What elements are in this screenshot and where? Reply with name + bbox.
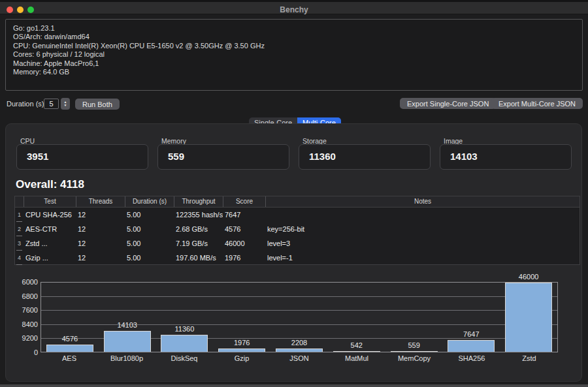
duration-label: Duration (s): (7, 100, 46, 108)
bar-diskseq (161, 335, 208, 352)
window-bottom-edge (0, 384, 588, 387)
cell-threads: 12 (76, 251, 125, 265)
bar-value-label: 2208 (270, 339, 328, 347)
x-axis-label: DiskSeq (155, 354, 213, 362)
cell-notes: level=-1 (265, 251, 580, 265)
table-row[interactable]: 2 AES-CTR 12 5.00 2.68 GB/s 4576 key=256… (15, 222, 580, 236)
table-header-gutter (15, 196, 24, 207)
bar-aes (46, 345, 93, 352)
bar-json (276, 348, 323, 352)
y-axis-tick-label: 0 (7, 348, 38, 356)
overall-score: Overall: 4118 (16, 178, 84, 191)
x-axis-label: AES (41, 354, 98, 362)
table-header-notes[interactable]: Notes (265, 196, 580, 207)
info-line-cores: Cores: 6 physical / 12 logical (13, 50, 575, 59)
cell-score: 4576 (223, 222, 265, 236)
bar-sha256 (448, 340, 495, 352)
x-axis-label: Zstd (500, 354, 558, 362)
bar-blur1080p (104, 331, 151, 352)
system-info-box[interactable]: Go: go1.23.1 OS/Arch: darwin/amd64 CPU: … (5, 19, 583, 91)
table-header-test[interactable]: Test (24, 196, 76, 207)
stepper-down-icon[interactable]: ▼ (64, 104, 67, 107)
export-single-core-button[interactable]: Export Single-Core JSON (400, 98, 496, 109)
results-table: Test Threads Duration (s) Throughput Sco… (14, 196, 580, 265)
cell-score: 1976 (223, 251, 265, 265)
stat-value-cpu: 3951 (27, 151, 48, 162)
bar-value-label: 7647 (442, 330, 500, 338)
bar-value-label: 4576 (41, 335, 99, 343)
cell-threads: 12 (76, 208, 125, 222)
row-number: 1 (15, 208, 24, 222)
bar-value-label: 559 (385, 341, 443, 349)
info-line-cpu: CPU: GenuineIntel Intel(R) Xeon(R) CPU E… (13, 42, 575, 50)
cell-test: Gzip ... (24, 251, 76, 265)
table-row[interactable]: 3 Zstd ... 12 5.00 7.19 GB/s 46000 level… (15, 236, 580, 251)
info-line-machine: Machine: Apple MacPro6,1 (13, 59, 575, 68)
bar-group-memcopy: 559 (385, 283, 443, 352)
duration-input[interactable]: 5 (44, 99, 59, 109)
window-title: Benchy (0, 5, 588, 14)
bar-zstd (505, 283, 552, 352)
bar-value-label: 46000 (500, 273, 557, 281)
bar-value-label: 542 (328, 341, 385, 349)
bar-value-label: 11360 (156, 325, 214, 333)
x-axis-labels: AES Blur1080p DiskSeq Gzip JSON MatMul M… (41, 354, 558, 362)
cell-throughput: 122355 hash/s (174, 208, 223, 222)
bar-chart-plot-area: 4576 14103 11360 1976 2208 542 (41, 282, 558, 352)
y-axis-tick-label: 9200 (7, 334, 38, 342)
cell-notes: key=256-bit (265, 222, 580, 236)
bar-group-zstd: 46000 (500, 283, 557, 352)
bar-group-gzip: 1976 (213, 283, 270, 352)
info-line-memory: Memory: 64.0 GB (13, 68, 575, 76)
cell-score: 46000 (223, 236, 265, 251)
cell-duration: 5.00 (125, 236, 174, 251)
cell-threads: 12 (76, 222, 125, 236)
cell-throughput: 197.60 MB/s (174, 251, 223, 265)
cell-test: Zstd ... (24, 236, 76, 251)
table-header-threads[interactable]: Threads (76, 196, 125, 207)
stat-value-image: 14103 (450, 151, 478, 162)
x-axis-label: MatMul (328, 354, 385, 362)
bar-group-matmul: 542 (328, 283, 385, 352)
cell-score: 7647 (223, 208, 265, 222)
y-axis-tick-label: 8400 (7, 320, 38, 328)
run-both-button[interactable]: Run Both (75, 99, 120, 110)
duration-stepper[interactable]: ▲ ▼ (61, 98, 70, 110)
bar-series: 4576 14103 11360 1976 2208 542 (41, 283, 557, 352)
table-header-row: Test Threads Duration (s) Throughput Sco… (15, 196, 580, 208)
export-multi-core-button[interactable]: Export Multi-Core JSON (491, 98, 583, 109)
cell-duration: 5.00 (125, 208, 174, 222)
x-axis-label: JSON (270, 354, 328, 362)
table-header-throughput[interactable]: Throughput (174, 196, 223, 207)
bar-group-sha256: 7647 (442, 283, 500, 352)
table-header-duration[interactable]: Duration (s) (125, 196, 174, 207)
title-bar[interactable]: Benchy (0, 2, 588, 14)
cell-notes (265, 208, 580, 222)
app-window: Benchy Go: go1.23.1 OS/Arch: darwin/amd6… (0, 0, 588, 387)
cell-duration: 5.00 (125, 222, 174, 236)
bar-matmul (333, 351, 380, 352)
row-number: 2 (15, 222, 24, 236)
stat-value-memory: 559 (168, 151, 184, 162)
table-header-score[interactable]: Score (223, 196, 265, 207)
table-row[interactable]: 4 Gzip ... 12 5.00 197.60 MB/s 1976 leve… (15, 251, 580, 265)
bar-group-json: 2208 (270, 283, 328, 352)
bar-group-aes: 4576 (41, 283, 99, 352)
cell-duration: 5.00 (125, 251, 174, 265)
x-axis-label: SHA256 (443, 354, 500, 362)
stat-value-storage: 11360 (309, 151, 336, 162)
cell-notes: level=3 (265, 236, 580, 251)
bar-value-label: 1976 (213, 339, 270, 347)
cell-throughput: 7.19 GB/s (174, 236, 223, 251)
cell-threads: 12 (76, 236, 125, 251)
cell-test: AES-CTR (24, 222, 76, 236)
bar-value-label: 14103 (99, 321, 156, 329)
table-row[interactable]: 1 CPU SHA-256 12 5.00 122355 hash/s 7647 (15, 208, 580, 222)
cell-throughput: 2.68 GB/s (174, 222, 223, 236)
row-number: 4 (15, 251, 24, 265)
y-axis-tick-label: 7600 (7, 306, 38, 314)
bar-gzip (218, 348, 265, 352)
bar-group-diskseq: 11360 (156, 283, 214, 352)
info-line-osarch: OS/Arch: darwin/amd64 (13, 33, 575, 41)
x-axis-label: MemCopy (385, 354, 443, 362)
